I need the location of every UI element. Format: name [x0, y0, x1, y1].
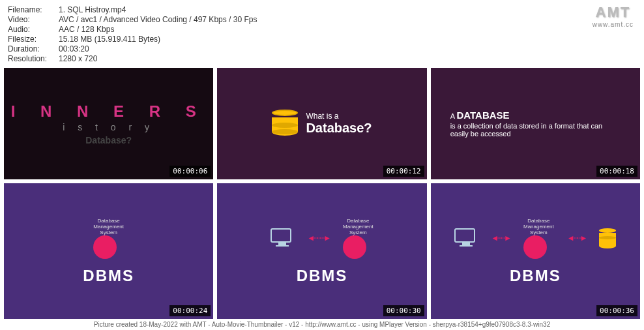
meta-row-filename: Filename: 1. SQL Histroy.mp4 — [8, 5, 636, 14]
dbms-node: Database Management System — [523, 218, 554, 259]
logo-url: www.amt.cc — [593, 21, 634, 28]
footer-text: Picture created 18-May-2022 with AMT - A… — [0, 319, 644, 330]
timestamp: 00:00:12 — [383, 166, 424, 177]
dbms-row: ◄┄┄► Database Management System ◄┄┄► — [454, 218, 616, 259]
thumb-content: What is a Database? — [272, 110, 372, 138]
dbms-label: Database Management System — [343, 218, 373, 235]
meta-label: Resolution: — [8, 54, 59, 63]
timestamp: 00:00:30 — [383, 305, 424, 316]
meta-label: Filename: — [8, 5, 59, 14]
arrow-icon: ◄┄┄┄► — [307, 233, 330, 243]
thumbnail-6[interactable]: ◄┄┄► Database Management System ◄┄┄► DBM… — [431, 183, 640, 319]
meta-label: Audio: — [8, 25, 59, 34]
dbms-row: ◄┄┄┄► Database Management System — [271, 218, 373, 259]
thumbnail-5[interactable]: ◄┄┄┄► Database Management System DBMS 00… — [217, 183, 426, 319]
meta-label: Video: — [8, 15, 59, 24]
dbms-node: Database Management System — [343, 218, 373, 259]
computer-icon — [454, 228, 478, 248]
thumbnail-4[interactable]: Database Management System DBMS 00:00:24 — [4, 183, 213, 319]
meta-row-video: Video: AVC / avc1 / Advanced Video Codin… — [8, 15, 636, 24]
glitch-db: Database? — [11, 135, 207, 145]
meta-row-duration: Duration: 00:03:20 — [8, 44, 636, 53]
dbms-text: DBMS — [83, 267, 134, 285]
computer-icon — [271, 228, 294, 248]
text-bold: DATABASE — [456, 110, 509, 121]
dbms-text: DBMS — [297, 267, 348, 285]
timestamp: 00:00:18 — [596, 166, 637, 177]
meta-value-video: AVC / avc1 / Advanced Video Coding / 497… — [59, 15, 636, 24]
arrow-icon: ◄┄┄► — [491, 233, 510, 243]
timestamp: 00:00:24 — [169, 305, 211, 316]
metadata-panel: Filename: 1. SQL Histroy.mp4 Video: AVC … — [0, 0, 644, 68]
meta-value-audio: AAC / 128 Kbps — [59, 25, 636, 34]
database-icon — [272, 110, 298, 138]
text-big: Database? — [306, 121, 372, 136]
dbms-text: DBMS — [510, 267, 561, 285]
arrow-icon: ◄┄┄► — [567, 233, 587, 243]
circle-icon — [343, 235, 366, 259]
dbms-label: Database Management System — [523, 218, 554, 235]
meta-row-audio: Audio: AAC / 128 Kbps — [8, 25, 636, 34]
thumbnail-grid: I N N E R S i s t o r y Database? 00:00:… — [0, 68, 644, 319]
timestamp: 00:00:06 — [169, 166, 211, 177]
glitch-subtext: i s t o r y — [11, 122, 207, 132]
amt-logo: AMT www.amt.cc — [593, 4, 634, 28]
meta-value-duration: 00:03:20 — [59, 44, 636, 53]
circle-icon — [523, 235, 547, 259]
thumb-content: A DATABASE is a collection of data store… — [431, 110, 640, 138]
thumb-text: What is a Database? — [306, 112, 372, 136]
dbms-row: Database Management System — [93, 218, 124, 259]
meta-label: Duration: — [8, 44, 59, 53]
dbms-label: Database Management System — [93, 218, 124, 235]
meta-row-filesize: Filesize: 15.18 MB (15.919.411 Bytes) — [8, 35, 636, 44]
meta-row-resolution: Resolution: 1280 x 720 — [8, 54, 636, 63]
timestamp: 00:00:36 — [596, 305, 637, 316]
text-prefix: A — [450, 112, 455, 120]
meta-label: Filesize: — [8, 35, 59, 44]
dbms-node: Database Management System — [93, 218, 124, 259]
thumbnail-2[interactable]: What is a Database? 00:00:12 — [217, 68, 426, 179]
meta-value-resolution: 1280 x 720 — [59, 54, 636, 63]
database-icon — [599, 228, 616, 248]
meta-value-filename: 1. SQL Histroy.mp4 — [59, 5, 636, 14]
circle-icon — [93, 235, 117, 259]
thumbnail-1[interactable]: I N N E R S i s t o r y Database? 00:00:… — [4, 68, 213, 179]
meta-value-filesize: 15.18 MB (15.919.411 Bytes) — [59, 35, 636, 44]
logo-text: AMT — [593, 4, 634, 21]
thumb-content: I N N E R S i s t o r y Database? — [11, 102, 207, 145]
glitch-text: I N N E R S — [11, 102, 207, 121]
app-container: Filename: 1. SQL Histroy.mp4 Video: AVC … — [0, 0, 644, 330]
text-small: What is a — [306, 112, 372, 121]
text-body: is a collection of data stored in a form… — [450, 122, 621, 138]
thumbnail-3[interactable]: A DATABASE is a collection of data store… — [431, 68, 640, 179]
text-head: A DATABASE — [450, 110, 621, 121]
